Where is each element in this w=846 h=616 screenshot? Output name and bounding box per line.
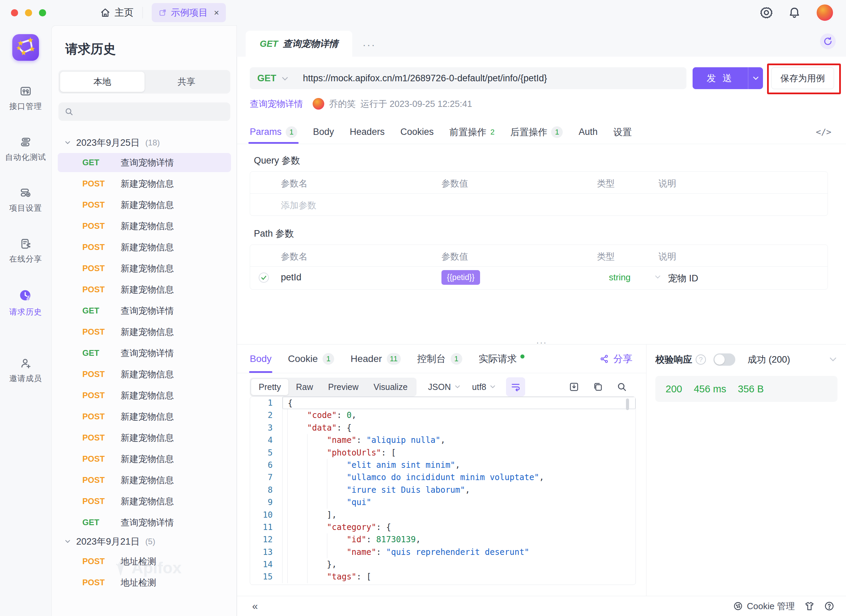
param-value-pill[interactable]: {{petid}}: [441, 270, 480, 285]
response-tab-body[interactable]: Body: [250, 345, 272, 373]
history-item[interactable]: POST新建宠物信息: [58, 492, 231, 511]
method-select[interactable]: GET: [257, 73, 276, 84]
minimize-window-button[interactable]: [25, 9, 32, 16]
query-params-table: 参数名参数值类型说明 添加参数: [250, 172, 828, 216]
settings-gear-icon[interactable]: [760, 6, 773, 19]
rail-item-auto-test[interactable]: 自动化测试: [5, 136, 46, 163]
share-button[interactable]: 分享: [600, 352, 633, 365]
maximize-window-button[interactable]: [39, 9, 46, 16]
save-as-case-button[interactable]: 保存为用例: [771, 67, 834, 89]
code-line: 12"id": 81730139,: [250, 533, 636, 546]
collapse-chevron-icon[interactable]: [828, 357, 837, 362]
history-item[interactable]: POST新建宠物信息: [58, 259, 231, 278]
history-item[interactable]: POST地址检测: [58, 573, 231, 592]
response-tab-实际请求[interactable]: 实际请求: [479, 345, 524, 373]
download-icon[interactable]: [569, 382, 579, 392]
history-item[interactable]: POST新建宠物信息: [58, 217, 231, 236]
add-param-row[interactable]: 添加参数: [250, 194, 828, 216]
history-item[interactable]: POST新建宠物信息: [58, 365, 231, 384]
rail-item-online-share[interactable]: 在线分享: [9, 238, 42, 264]
config-tab-cookies[interactable]: Cookies: [401, 120, 434, 144]
copy-icon[interactable]: [593, 382, 603, 392]
history-group-count: (5): [145, 537, 155, 546]
view-mode-preview[interactable]: Preview: [320, 379, 366, 395]
code-view-icon[interactable]: </>: [816, 127, 831, 137]
response-tab-控制台[interactable]: 控制台1: [417, 345, 462, 373]
history-item[interactable]: POST新建宠物信息: [58, 386, 231, 405]
editor-scrollbar[interactable]: [626, 399, 629, 410]
theme-shirt-icon[interactable]: [804, 601, 815, 611]
more-tabs-button[interactable]: ···: [363, 39, 376, 51]
search-in-body-icon[interactable]: [617, 382, 627, 392]
history-item[interactable]: POST新建宠物信息: [58, 238, 231, 257]
send-options-chevron[interactable]: [748, 67, 763, 89]
word-wrap-toggle[interactable]: [506, 377, 525, 396]
home-button[interactable]: 主页: [100, 6, 134, 19]
user-avatar[interactable]: [816, 4, 834, 22]
history-item[interactable]: POST新建宠物信息: [58, 174, 231, 193]
encoding-select[interactable]: utf8: [472, 382, 496, 392]
token: "id": [347, 535, 366, 544]
help-circle-icon[interactable]: ?: [696, 355, 706, 365]
line-content: "name": "quis reprehenderit deserunt": [283, 546, 636, 558]
history-item[interactable]: GET查询宠物详情: [58, 301, 231, 320]
format-select[interactable]: JSON: [428, 382, 461, 392]
history-item[interactable]: POST新建宠物信息: [58, 280, 231, 299]
param-type[interactable]: string: [609, 272, 631, 283]
history-item[interactable]: POST新建宠物信息: [58, 322, 231, 342]
config-tab-前置操作[interactable]: 前置操作2: [449, 120, 494, 144]
history-item[interactable]: POST地址检测: [58, 552, 231, 571]
response-body-editor[interactable]: 1{2"code": 0,3"data": {4"name": "aliquip…: [250, 396, 636, 585]
config-tab-后置操作[interactable]: 后置操作1: [510, 120, 563, 144]
config-tab-body[interactable]: Body: [313, 120, 334, 144]
response-tab-cookie[interactable]: Cookie1: [288, 345, 334, 373]
notifications-bell-icon[interactable]: [788, 6, 801, 19]
sync-button[interactable]: [820, 34, 836, 49]
view-mode-pretty[interactable]: Pretty: [251, 379, 288, 395]
app-logo[interactable]: [12, 34, 39, 61]
scope-tab-local[interactable]: 本地: [60, 72, 144, 92]
rail-item-project-settings[interactable]: 项目设置: [9, 187, 42, 213]
rail-item-api-manage[interactable]: 接口管理: [9, 85, 42, 111]
view-mode-raw[interactable]: Raw: [288, 379, 320, 395]
history-group-header[interactable]: 2023年9月25日(18): [65, 136, 236, 149]
config-tab-auth[interactable]: Auth: [579, 120, 598, 144]
api-link[interactable]: 查询宠物详情: [250, 98, 303, 110]
config-tab-params[interactable]: Params1: [250, 120, 297, 144]
token: "aliquip nulla": [366, 436, 441, 445]
code-line: 3"data": {: [250, 422, 636, 434]
history-item[interactable]: GET查询宠物详情: [58, 153, 231, 172]
close-tab-icon[interactable]: ×: [214, 7, 219, 18]
history-search-input[interactable]: [59, 103, 230, 121]
rail-item-request-history[interactable]: 请求历史: [9, 289, 42, 317]
help-icon[interactable]: [824, 601, 834, 611]
send-button[interactable]: 发 送: [693, 67, 763, 89]
config-tab-设置[interactable]: 设置: [613, 120, 632, 144]
response-tab-label: 实际请求: [479, 352, 517, 365]
history-item[interactable]: POST新建宠物信息: [58, 471, 231, 490]
line-number: 15: [250, 571, 283, 583]
history-item[interactable]: GET查询宠物详情: [58, 513, 231, 532]
rail-item-invite-member[interactable]: 邀请成员: [9, 358, 42, 384]
param-name[interactable]: petId: [281, 272, 301, 283]
history-item[interactable]: POST新建宠物信息: [58, 449, 231, 468]
history-group-header[interactable]: 2023年9月21日(5): [65, 535, 236, 548]
history-item[interactable]: POST新建宠物信息: [58, 428, 231, 447]
cookie-manager-button[interactable]: Cookie 管理: [733, 600, 795, 612]
history-item[interactable]: POST新建宠物信息: [58, 407, 231, 426]
response-tab-header[interactable]: Header11: [351, 345, 401, 373]
line-content: "id": 81730139,: [283, 533, 636, 546]
validation-toggle[interactable]: [714, 353, 735, 366]
history-item[interactable]: GET查询宠物详情: [58, 343, 231, 363]
history-item[interactable]: POST新建宠物信息: [58, 195, 231, 214]
view-mode-visualize[interactable]: Visualize: [366, 379, 415, 395]
request-tab-active[interactable]: GET 查询宠物详情: [246, 31, 352, 57]
close-window-button[interactable]: [11, 9, 18, 16]
param-desc[interactable]: 宠物 ID: [668, 272, 698, 285]
scope-tab-shared[interactable]: 共享: [144, 72, 229, 92]
collapse-sidebar-icon[interactable]: «: [252, 600, 258, 612]
project-tab[interactable]: 示例项目 ×: [152, 3, 226, 22]
param-enabled-check-icon[interactable]: [258, 272, 269, 283]
url-input[interactable]: GET https://mock.apifox.cn/m1/2689726-0-…: [250, 67, 686, 89]
config-tab-headers[interactable]: Headers: [350, 120, 385, 144]
